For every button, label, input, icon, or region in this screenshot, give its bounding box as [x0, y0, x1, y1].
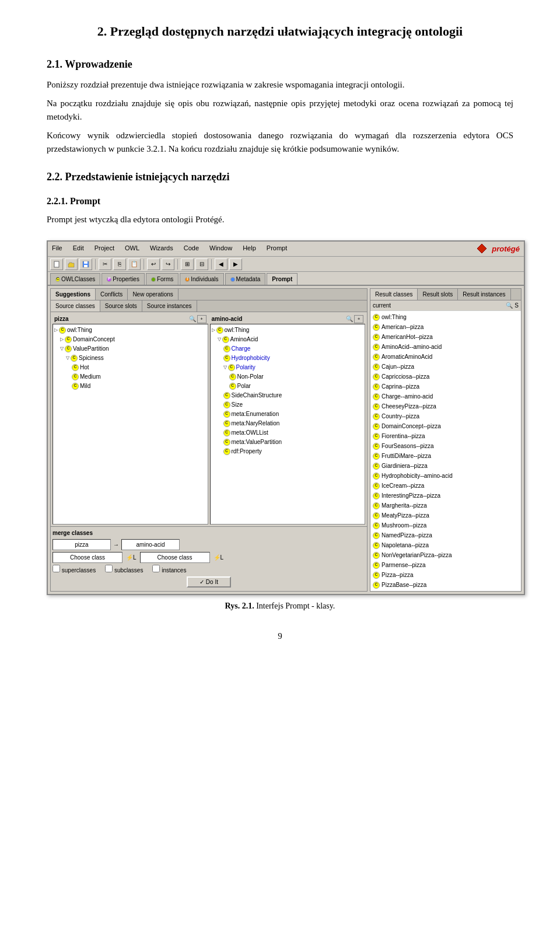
result-item[interactable]: C MeatyPizza--pizza	[372, 511, 520, 520]
superclasses-checkbox-label[interactable]: superclasses	[52, 565, 96, 575]
toolbar-nav-left[interactable]: ◀	[215, 258, 228, 270]
toolbar-undo[interactable]: ↩	[147, 258, 160, 270]
menu-code[interactable]: Code	[182, 243, 201, 256]
result-item[interactable]: C American--pizza	[372, 322, 520, 332]
result-item[interactable]: C CheeseyPizza--pizza	[372, 401, 520, 411]
tab-owlclasses[interactable]: C OWLClasses	[50, 273, 100, 285]
tree-item[interactable]: ▷ C owl:Thing	[54, 326, 206, 335]
menu-prompt[interactable]: Prompt	[265, 243, 289, 256]
tab-suggestions[interactable]: Suggestions	[51, 289, 96, 300]
result-item[interactable]: C Napoletana--pizza	[372, 540, 520, 550]
result-item[interactable]: C Caprina--pizza	[372, 382, 520, 391]
result-item[interactable]: C FourSeasons--pizza	[372, 441, 520, 451]
result-item[interactable]: C Pizza--pizza	[372, 570, 520, 580]
tree-item[interactable]: C rdf:Property	[212, 447, 364, 456]
pizza-tree[interactable]: ▷ C owl:Thing ▷ C DomainConcept ▽	[52, 324, 208, 525]
result-item[interactable]: C Charge--amino-acid	[372, 391, 520, 401]
tab-result-slots[interactable]: Result slots	[418, 289, 458, 300]
result-item[interactable]: C InterestingPizza--pizza	[372, 491, 520, 501]
tree-item[interactable]: C meta:NaryRelation	[212, 419, 364, 428]
tree-item[interactable]: ▷ C owl:Thing	[212, 326, 364, 335]
menu-window[interactable]: Window	[208, 243, 234, 256]
pizza-search-icon[interactable]: 🔍	[189, 314, 196, 323]
toolbar-redo[interactable]: ↪	[162, 258, 174, 270]
toolbar-copy[interactable]: ⎘	[113, 258, 126, 270]
tab-individuals[interactable]: I Individuals	[180, 273, 223, 285]
protege-tabs[interactable]: C OWLClasses P Properties Forms I Indivi…	[48, 272, 524, 286]
toolbar-paste[interactable]: 📋	[128, 258, 141, 270]
tree-item[interactable]: C Hot	[54, 363, 206, 372]
protege-toolbar[interactable]: ✂ ⎘ 📋 ↩ ↪ ⊞ ⊟ ◀ ▶	[48, 257, 524, 272]
toolbar-cut[interactable]: ✂	[99, 258, 111, 270]
protege-menubar[interactable]: File Edit Project OWL Wizards Code Windo…	[48, 242, 524, 257]
result-item[interactable]: C owl:Thing	[372, 312, 520, 322]
tab-conflicts[interactable]: Conflicts	[96, 289, 128, 300]
result-item[interactable]: C AminoAcid--amino-acid	[372, 342, 520, 352]
result-item[interactable]: C Parmense--pizza	[372, 560, 520, 570]
aminoacid-add-btn[interactable]: +	[354, 315, 363, 323]
toolbar-new[interactable]	[50, 258, 63, 270]
tree-item[interactable]: C Size	[212, 400, 364, 410]
tree-item[interactable]: C Mild	[54, 382, 206, 391]
tree-item[interactable]: C Polar	[212, 382, 364, 391]
result-tabs[interactable]: Result classes Result slots Result insta…	[370, 289, 521, 300]
toolbar-view2[interactable]: ⊟	[195, 258, 208, 270]
tree-item[interactable]: C SideChainStructure	[212, 391, 364, 400]
menu-help[interactable]: Help	[241, 243, 258, 256]
tree-item[interactable]: ▽ C Spiciness	[54, 354, 206, 363]
tab-result-instances[interactable]: Result instances	[458, 289, 510, 300]
tree-item-polarity[interactable]: ▽ C Polarity	[212, 363, 364, 372]
result-item[interactable]: C Giardiniera--pizza	[372, 461, 520, 471]
tab-source-slots[interactable]: Source slots	[100, 300, 142, 312]
result-item[interactable]: C Cajun--pizza	[372, 362, 520, 372]
choose-class2-field[interactable]: Choose class	[140, 552, 210, 563]
result-item[interactable]: C Country--pizza	[372, 411, 520, 421]
tree-item-hydrophobicity[interactable]: C Hydrophobicity	[212, 354, 364, 363]
tree-item[interactable]: C meta:Enumeration	[212, 410, 364, 419]
tab-properties[interactable]: P Properties	[102, 273, 145, 285]
instances-checkbox-label[interactable]: instances	[152, 565, 186, 575]
result-item[interactable]: C AromaticAminoAcid	[372, 352, 520, 362]
result-item[interactable]: C Hydrophobicity--amino-acid	[372, 471, 520, 481]
aminoacid-search-icon[interactable]: 🔍	[346, 314, 353, 323]
tree-item-charge[interactable]: C Charge	[212, 344, 364, 354]
result-item[interactable]: C FruttiDiMare--pizza	[372, 451, 520, 461]
tree-item[interactable]: ▽ C ValuePartition	[54, 344, 206, 354]
subclasses-checkbox[interactable]	[105, 565, 113, 572]
tree-item[interactable]: ▽ C AminoAcid	[212, 335, 364, 344]
menu-edit[interactable]: Edit	[71, 243, 86, 256]
result-list[interactable]: C owl:Thing C American--pizza C American…	[370, 311, 521, 591]
result-item[interactable]: C Fiorentina--pizza	[372, 431, 520, 441]
tab-prompt[interactable]: Prompt	[267, 273, 298, 285]
tab-forms[interactable]: Forms	[146, 273, 178, 285]
result-item[interactable]: C NonVegetarianPizza--pizza	[372, 550, 520, 560]
tab-result-classes[interactable]: Result classes	[370, 289, 418, 300]
tree-item[interactable]: C meta:ValuePartition	[212, 438, 364, 447]
superclasses-checkbox[interactable]	[52, 565, 60, 572]
class1-field[interactable]: pizza	[52, 539, 111, 550]
menu-file[interactable]: File	[50, 243, 64, 256]
menu-wizards[interactable]: Wizards	[148, 243, 175, 256]
result-item[interactable]: C Mushroom--pizza	[372, 520, 520, 530]
menu-project[interactable]: Project	[93, 243, 116, 256]
result-item[interactable]: C NamedPizza--pizza	[372, 530, 520, 540]
result-item[interactable]: C Capricciosa--pizza	[372, 372, 520, 382]
tree-item[interactable]: C meta:OWLList	[212, 428, 364, 438]
toolbar-nav-right[interactable]: ▶	[229, 258, 242, 270]
result-item[interactable]: C DomainConcept--pizza	[372, 421, 520, 431]
result-item[interactable]: C AmericanHot--pizza	[372, 332, 520, 342]
instances-checkbox[interactable]	[152, 565, 160, 572]
result-item[interactable]: C Margherita--pizza	[372, 501, 520, 511]
result-item[interactable]: C PizzaBase--pizza	[372, 580, 520, 590]
menu-owl[interactable]: OWL	[123, 243, 141, 256]
aminoacid-tree[interactable]: ▷ C owl:Thing ▽ C AminoAcid C	[210, 324, 366, 525]
tab-metadata[interactable]: Metadata	[225, 273, 266, 285]
source-tabs[interactable]: Source classes Source slots Source insta…	[51, 300, 367, 312]
tree-item[interactable]: ▷ C DomainConcept	[54, 335, 206, 344]
do-it-button[interactable]: ✓ Do It	[187, 576, 231, 588]
tab-new-operations[interactable]: New operations	[128, 289, 178, 300]
toolbar-open[interactable]	[65, 258, 78, 270]
panel-tabs[interactable]: Suggestions Conflicts New operations	[51, 289, 367, 300]
tab-source-classes[interactable]: Source classes	[51, 300, 100, 312]
tree-item[interactable]: C Non-Polar	[212, 372, 364, 382]
